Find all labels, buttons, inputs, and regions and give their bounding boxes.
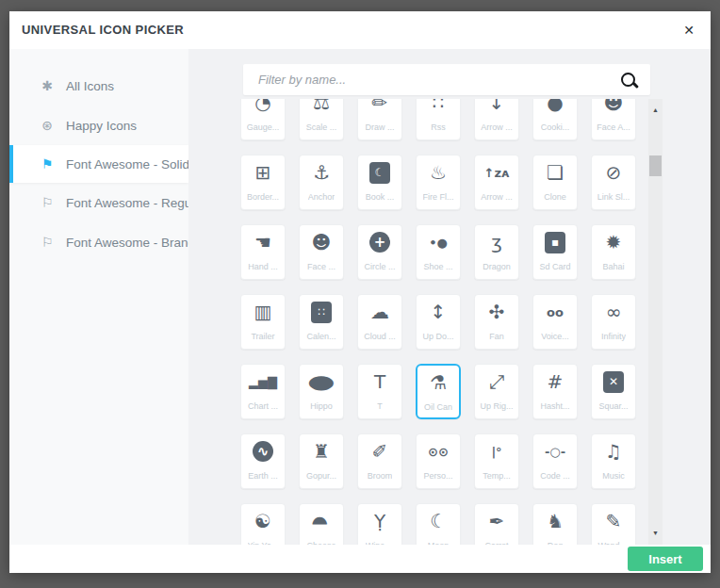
icon-cell-book-quran[interactable]: ☾Book ...	[357, 155, 402, 210]
icon-cell-label: Calen...	[306, 332, 335, 341]
icon-cell-code-commit[interactable]: -○-Code ...	[532, 433, 578, 489]
icon-cell-bahai[interactable]: ✹Bahai	[591, 224, 636, 280]
icon-cell-up-down[interactable]: ↕Up Do...	[416, 294, 461, 350]
icon-cell-calendar[interactable]: ∷Calen...	[299, 294, 344, 350]
icon-cell-hand[interactable]: ☚Hand ...	[240, 224, 286, 280]
icon-cell-label: Code ...	[540, 471, 570, 481]
icon-cell-draw[interactable]: ✏Draw ...	[357, 99, 402, 140]
icon-zone: ∷	[417, 99, 460, 120]
icon-zone: ↓	[475, 99, 518, 120]
icon-cell-square-xmark[interactable]: ✕Squar...	[591, 364, 636, 419]
bahai-icon: ✹	[606, 233, 622, 252]
icon-cell-dog[interactable]: ♞Dog	[532, 503, 578, 545]
icon-cell-scale[interactable]: ⚖Scale ...	[299, 99, 344, 140]
icon-cell-t[interactable]: TT	[357, 364, 402, 419]
icon-zone: ☚	[241, 225, 285, 259]
t-icon: T	[374, 372, 385, 391]
icon-cell-label: Anchor	[308, 192, 335, 202]
icon-cell-cloud-moon[interactable]: ☁Cloud ...	[357, 294, 402, 350]
icon-zone: ⚓	[300, 155, 343, 189]
icon-cell-clone[interactable]: ❏Clone	[532, 155, 578, 210]
sidebar-item-fa-regular[interactable]: ⚐Font Awesome - Regular	[9, 183, 188, 222]
icon-cell-earth-europe[interactable]: ∿Earth ...	[240, 433, 286, 489]
icon-cell-person-biking[interactable]: ⊙⊙Perso...	[416, 433, 461, 489]
scroll-thumb[interactable]	[649, 155, 662, 176]
scrollbar[interactable]: ▲ ▼	[648, 99, 663, 545]
icon-cell-border-all[interactable]: ⊞Border...	[240, 155, 286, 210]
icon-cell-oil-can[interactable]: ⚗Oil Can	[416, 364, 461, 419]
sidebar-item-fa-brands[interactable]: ⚐Font Awesome - Brands	[9, 222, 188, 262]
icon-cell-cheese[interactable]: ◖Cheese	[299, 503, 344, 545]
icon-cell-carrot[interactable]: ✒Carrot	[474, 503, 519, 545]
icon-cell-fan[interactable]: ✣Fan	[474, 294, 519, 350]
icon-cell-label: Book ...	[366, 192, 395, 202]
icon-cell-arrow-down[interactable]: ↓Arrow ...	[474, 99, 519, 140]
draw-icon: ✏	[372, 99, 388, 112]
dragon-icon: ʒ	[491, 233, 502, 252]
icon-zone: ✕	[592, 365, 635, 399]
icon-cell-label: Fan	[489, 332, 504, 341]
face-grin-icon: ☻	[312, 233, 332, 252]
icon-cell-label: Cooki...	[541, 122, 570, 132]
icon-zone: ⚖	[300, 99, 343, 120]
icon-cell-trailer[interactable]: ▥Trailer	[240, 294, 286, 350]
icon-zone: ↕	[417, 295, 460, 329]
icon-zone: ✒	[475, 504, 518, 538]
icon-cell-hashtag[interactable]: #Hasht...	[532, 364, 578, 419]
search-icon[interactable]	[621, 73, 635, 87]
icon-cell-link-slash[interactable]: ⊘Link Sl...	[591, 155, 636, 210]
icon-cell-arrow-up-z-a[interactable]: ↑ᴢᴀArrow ...	[474, 155, 519, 210]
icon-cell-yin-yang[interactable]: ☯Yin Ya...	[240, 503, 286, 545]
dialog-footer: Insert	[9, 545, 711, 573]
icon-cell-music[interactable]: ♫Music	[591, 433, 636, 489]
sidebar-item-fa-solid[interactable]: ⚑Font Awesome - Solid	[9, 145, 188, 183]
search-input[interactable]	[256, 72, 621, 88]
book-quran-icon: ☾	[369, 162, 390, 184]
icon-cell-face-a[interactable]: ☻Face A...	[591, 99, 636, 140]
icon-zone: ♫	[592, 434, 635, 468]
code-commit-icon: -○-	[545, 446, 565, 458]
sidebar-item-all-icons[interactable]: ✱All Icons	[9, 66, 188, 106]
icon-cell-label: Fire Fl...	[423, 192, 454, 202]
icon-cell-rss[interactable]: ∷Rss	[416, 99, 461, 140]
shoe-prints-icon: •●	[429, 237, 448, 249]
insert-button[interactable]: Insert	[628, 547, 703, 571]
icon-cell-wand[interactable]: ✎Wand ...	[591, 503, 636, 545]
close-icon[interactable]: ✕	[681, 23, 696, 38]
icon-cell-chart-column[interactable]: ▂▅▇Chart ...	[240, 364, 286, 419]
icon-cell-hippo[interactable]: ●Hippo	[299, 364, 344, 419]
icon-cell-temperature[interactable]: |°Temp...	[474, 433, 519, 489]
icon-cell-dragon[interactable]: ʒDragon	[474, 224, 519, 280]
icon-cell-label: Chart ...	[248, 401, 278, 411]
scroll-up-icon[interactable]: ▲	[648, 103, 663, 118]
icon-cell-voicemail[interactable]: ooVoice...	[532, 294, 578, 350]
gopuram-icon: ♜	[313, 442, 330, 461]
icon-cell-wine-glass[interactable]: ỴWine ...	[357, 503, 402, 545]
main-panel: ◔Gauge...⚖Scale ...✏Draw ...∷Rss↓Arrow .…	[188, 49, 711, 545]
icon-cell-sd-card[interactable]: ▪Sd Card	[532, 224, 578, 280]
icon-cell-circle-plus[interactable]: +Circle ...	[357, 224, 402, 280]
icon-zone: ☁	[358, 295, 401, 329]
icon-cell-up-right[interactable]: ⤢Up Rig...	[474, 364, 519, 419]
gauge-icon: ◔	[254, 99, 270, 112]
icon-cell-face-grin[interactable]: ☻Face ...	[299, 224, 344, 280]
icon-cell-infinity[interactable]: ∞Infinity	[591, 294, 636, 350]
icon-cell-label: Circle ...	[364, 262, 395, 271]
circle-plus-icon: +	[369, 232, 390, 253]
hand-icon: ☚	[254, 233, 271, 252]
icon-cell-cookie[interactable]: ●Cooki...	[532, 99, 578, 140]
scroll-down-icon[interactable]: ▼	[648, 526, 663, 541]
icon-cell-fire-flame[interactable]: ♨Fire Fl...	[416, 155, 461, 210]
icon-cell-gauge[interactable]: ◔Gauge...	[240, 99, 286, 140]
icon-cell-broom[interactable]: ✐Broom	[357, 433, 402, 489]
icon-zone: ◔	[241, 99, 285, 120]
icon-cell-gopuram[interactable]: ♜Gopur...	[299, 433, 344, 489]
icon-cell-moon[interactable]: ☾Moon	[416, 503, 461, 545]
icon-cell-shoe-prints[interactable]: •●Shoe ...	[416, 224, 461, 280]
icon-cell-label: Bahai	[602, 262, 624, 271]
sidebar-item-happy-icons[interactable]: ⊛Happy Icons	[9, 106, 188, 145]
icon-cell-anchor[interactable]: ⚓Anchor	[299, 155, 344, 210]
icon-zone: ✐	[358, 434, 401, 468]
icon-zone: +	[358, 225, 401, 259]
cheese-icon: ◖	[312, 516, 331, 527]
